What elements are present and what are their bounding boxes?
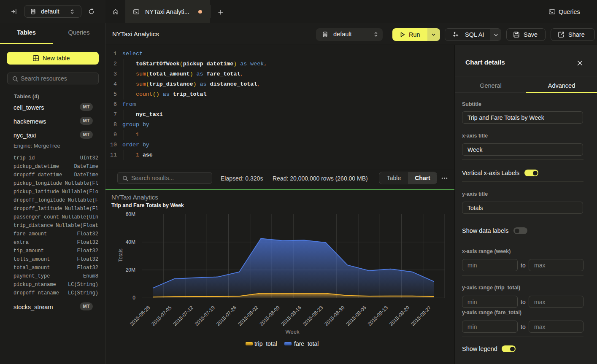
svg-text:2015-07-26: 2015-07-26 bbox=[215, 305, 238, 327]
svg-text:0: 0 bbox=[132, 295, 135, 301]
svg-text:2015-08-30: 2015-08-30 bbox=[323, 305, 346, 327]
svg-text:2015-07-12: 2015-07-12 bbox=[172, 305, 194, 327]
svg-text:60M: 60M bbox=[126, 211, 135, 217]
svg-text:2015-09-27: 2015-09-27 bbox=[410, 305, 432, 327]
svg-text:2015-08-09: 2015-08-09 bbox=[258, 305, 281, 327]
svg-text:trip_total: trip_total bbox=[254, 340, 277, 347]
svg-text:Totals: Totals bbox=[118, 248, 124, 262]
svg-text:Week: Week bbox=[286, 329, 300, 335]
svg-text:2015-07-19: 2015-07-19 bbox=[194, 305, 216, 327]
svg-text:2015-09-06: 2015-09-06 bbox=[345, 305, 367, 327]
svg-text:2015-09-13: 2015-09-13 bbox=[367, 305, 389, 327]
svg-text:fare_total: fare_total bbox=[294, 340, 319, 347]
svg-text:2015-09-20: 2015-09-20 bbox=[388, 305, 411, 327]
svg-text:2015-08-23: 2015-08-23 bbox=[302, 305, 324, 327]
svg-text:2015-06-28: 2015-06-28 bbox=[129, 305, 151, 327]
svg-text:2015-08-02: 2015-08-02 bbox=[237, 305, 259, 327]
svg-text:40M: 40M bbox=[126, 239, 135, 245]
svg-text:20M: 20M bbox=[126, 267, 135, 273]
svg-text:2015-08-16: 2015-08-16 bbox=[280, 305, 303, 327]
svg-text:2015-07-05: 2015-07-05 bbox=[150, 305, 173, 327]
